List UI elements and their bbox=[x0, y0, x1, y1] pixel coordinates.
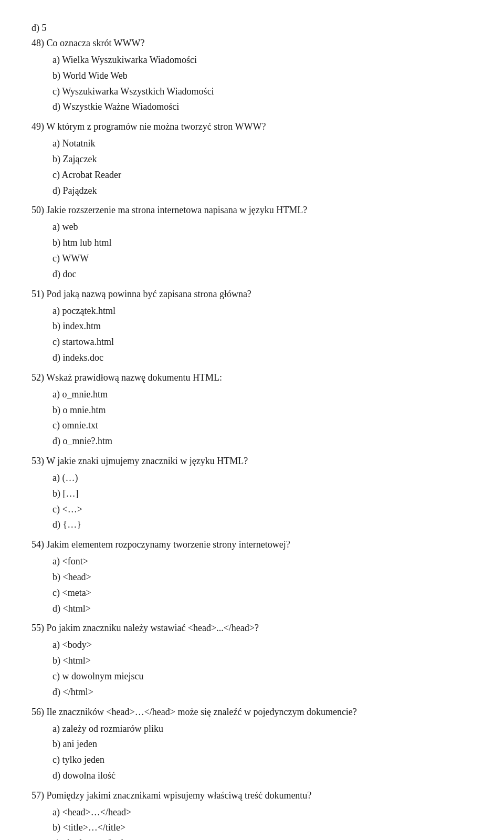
question-text-10: 57) Pomiędzy jakimi znacznikami wpisujem… bbox=[32, 789, 472, 803]
question-text-9: 56) Ile znaczników <head>…</head> może s… bbox=[32, 705, 472, 719]
options-list-10: a) <head>…</head>b) <title>…</title>c) <… bbox=[32, 805, 472, 840]
page-content: d) 5 48) Co oznacza skrót WWW?a) Wielka … bbox=[32, 21, 472, 840]
list-item: c) w dowolnym miejscu bbox=[52, 669, 472, 684]
list-item: a) o_mnie.htm bbox=[52, 387, 472, 402]
list-item: a) (…) bbox=[52, 470, 472, 486]
question-text-4: 51) Pod jaką nazwą powinna być zapisana … bbox=[32, 287, 472, 301]
list-item: b) <html> bbox=[52, 653, 472, 668]
options-list-5: a) o_mnie.htmb) o mnie.htmc) omnie.txtd)… bbox=[32, 387, 472, 449]
list-item: c) omnie.txt bbox=[52, 418, 472, 433]
list-item: a) Wielka Wyszukiwarka Wiadomości bbox=[52, 52, 472, 68]
options-list-1: a) Wielka Wyszukiwarka Wiadomościb) Worl… bbox=[32, 52, 472, 114]
questions-container: 48) Co oznacza skrót WWW?a) Wielka Wyszu… bbox=[32, 36, 472, 840]
list-item: c) Wyszukiwarka Wszystkich Wiadomości bbox=[52, 84, 472, 99]
question-block-2: 49) W którym z programów nie można tworz… bbox=[32, 120, 472, 198]
options-list-8: a) <body>b) <html>c) w dowolnym miejscud… bbox=[32, 637, 472, 699]
options-list-2: a) Notatnikb) Zajączekc) Acrobat Readerd… bbox=[32, 136, 472, 198]
list-item: d) <html> bbox=[52, 601, 472, 616]
list-item: c) WWW bbox=[52, 251, 472, 266]
list-item: b) o mnie.htm bbox=[52, 403, 472, 418]
list-item: b) ani jeden bbox=[52, 737, 472, 752]
list-item: b) htm lub html bbox=[52, 235, 472, 250]
options-list-4: a) początek.htmlb) index.htmc) startowa.… bbox=[32, 303, 472, 365]
options-list-3: a) webb) htm lub htmlc) WWWd) doc bbox=[32, 219, 472, 281]
list-item: b) World Wide Web bbox=[52, 68, 472, 83]
list-item: d) dowolna ilość bbox=[52, 768, 472, 783]
question-text-2: 49) W którym z programów nie można tworz… bbox=[32, 120, 472, 134]
list-item: d) Pajądzek bbox=[52, 183, 472, 198]
options-list-7: a) <font>b) <head>c) <meta>d) <html> bbox=[32, 554, 472, 616]
list-item: d) doc bbox=[52, 267, 472, 282]
list-item: c) startowa.html bbox=[52, 334, 472, 350]
list-item: c) <body>…</body> bbox=[52, 836, 472, 840]
list-item: a) zależy od rozmiarów pliku bbox=[52, 721, 472, 737]
question-text-3: 50) Jakie rozszerzenie ma strona interne… bbox=[32, 203, 472, 217]
list-item: d) </html> bbox=[52, 685, 472, 700]
list-item: a) web bbox=[52, 219, 472, 235]
question-block-8: 55) Po jakim znaczniku należy wstawiać <… bbox=[32, 621, 472, 699]
question-block-4: 51) Pod jaką nazwą powinna być zapisana … bbox=[32, 287, 472, 365]
question-text-6: 53) W jakie znaki ujmujemy znaczniki w j… bbox=[32, 454, 472, 468]
list-item: b) index.htm bbox=[52, 319, 472, 334]
question-block-3: 50) Jakie rozszerzenie ma strona interne… bbox=[32, 203, 472, 281]
question-block-9: 56) Ile znaczników <head>…</head> może s… bbox=[32, 705, 472, 783]
list-item: d) indeks.doc bbox=[52, 350, 472, 365]
list-item: a) <body> bbox=[52, 637, 472, 653]
options-list-6: a) (…)b) […]c) <…>d) {…} bbox=[32, 470, 472, 532]
list-item: b) Zajączek bbox=[52, 152, 472, 167]
question-block-10: 57) Pomiędzy jakimi znacznikami wpisujem… bbox=[32, 789, 472, 840]
list-item: b) […] bbox=[52, 486, 472, 501]
question-block-6: 53) W jakie znaki ujmujemy znaczniki w j… bbox=[32, 454, 472, 532]
intro-line: d) 5 bbox=[32, 21, 472, 35]
question-block-5: 52) Wskaż prawidłową nazwę dokumentu HTM… bbox=[32, 371, 472, 449]
question-text-7: 54) Jakim elementem rozpoczynamy tworzen… bbox=[32, 538, 472, 552]
list-item: c) Acrobat Reader bbox=[52, 167, 472, 183]
list-item: b) <title>…</title> bbox=[52, 820, 472, 835]
question-text-1: 48) Co oznacza skrót WWW? bbox=[32, 36, 472, 50]
question-block-7: 54) Jakim elementem rozpoczynamy tworzen… bbox=[32, 538, 472, 616]
options-list-9: a) zależy od rozmiarów plikub) ani jeden… bbox=[32, 721, 472, 783]
question-block-1: 48) Co oznacza skrót WWW?a) Wielka Wyszu… bbox=[32, 36, 472, 114]
list-item: d) {…} bbox=[52, 517, 472, 532]
list-item: a) Notatnik bbox=[52, 136, 472, 151]
list-item: b) <head> bbox=[52, 570, 472, 585]
question-text-5: 52) Wskaż prawidłową nazwę dokumentu HTM… bbox=[32, 371, 472, 385]
list-item: d) Wszystkie Ważne Wiadomości bbox=[52, 99, 472, 114]
question-text-8: 55) Po jakim znaczniku należy wstawiać <… bbox=[32, 621, 472, 635]
list-item: a) <font> bbox=[52, 554, 472, 569]
list-item: c) <meta> bbox=[52, 585, 472, 601]
list-item: d) o_mnie?.htm bbox=[52, 434, 472, 449]
list-item: c) tylko jeden bbox=[52, 752, 472, 768]
list-item: a) początek.html bbox=[52, 303, 472, 319]
list-item: a) <head>…</head> bbox=[52, 805, 472, 820]
list-item: c) <…> bbox=[52, 502, 472, 517]
